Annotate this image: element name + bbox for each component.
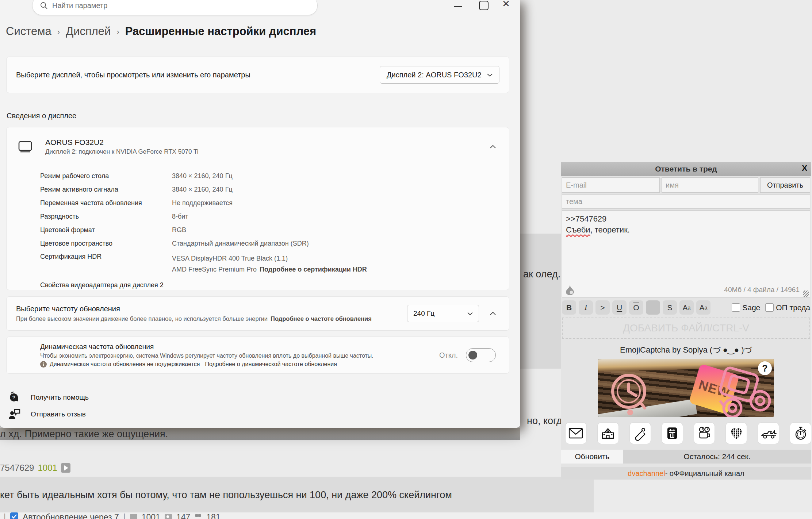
message-textarea[interactable]: >>7547629 Съеби, теоретик. 40Мб / 4 файл… <box>562 210 810 298</box>
reply-form-fields-row: Отправить <box>561 176 811 193</box>
misspelled-word: Съеби <box>566 225 590 234</box>
emoji-racing-car-button[interactable] <box>758 423 779 444</box>
hdr-cert-text: AMD FreeSync Premium Pro <box>172 266 257 273</box>
svg-text:?: ? <box>12 395 16 400</box>
get-help-link[interactable]: ? Получить помощь <box>8 391 89 404</box>
display-select-dropdown[interactable]: Дисплей 2: AORUS FO32U2 <box>380 66 499 84</box>
captcha-refresh-button[interactable]: Обновить <box>561 450 623 464</box>
breadcrumb-system[interactable]: Система <box>6 25 51 38</box>
email-field[interactable] <box>562 177 660 193</box>
settings-search-box[interactable] <box>32 0 318 15</box>
message-text: , теоретик. <box>590 225 630 234</box>
row-value: 3840 × 2160, 240 Гц <box>172 186 233 193</box>
emoji-captcha-options <box>566 423 811 444</box>
sage-checkbox[interactable]: Sage <box>732 303 760 312</box>
post-ordinal-link[interactable]: 1001 <box>38 463 57 473</box>
breadcrumb-display[interactable]: Дисплей <box>66 25 111 38</box>
emoji-safety-pin-button[interactable] <box>630 423 651 444</box>
display-connection: Дисплей 2: подключен к NVIDIA GeForce RT… <box>45 148 198 155</box>
row-label: Цветовой формат <box>40 226 172 234</box>
clock-overlay-icon <box>607 370 652 417</box>
bold-button[interactable]: B <box>562 300 576 315</box>
adapter-properties-link[interactable]: Свойства видеоадаптера для дисплея 2 <box>40 281 164 289</box>
format-toolbar: B I > U O S Aa Aa Sage ОП треда <box>562 300 810 315</box>
info-row: Цветовое пространство Стандартный динами… <box>40 237 509 250</box>
posts-count: 1001 <box>142 512 160 519</box>
post-highlight-band: л хд. Примерно такие же ощущения. <box>0 428 520 440</box>
row-label: Цветовое пространство <box>40 240 172 247</box>
info-row: Разрядность 8-бит <box>40 210 509 223</box>
emoji-patterned-heart-button[interactable] <box>726 423 747 444</box>
dynamic-refresh-toggle[interactable] <box>466 348 496 362</box>
captcha-help-button[interactable]: ? <box>758 361 772 375</box>
submit-button[interactable]: Отправить <box>760 177 810 193</box>
chevron-up-icon[interactable] <box>490 145 496 149</box>
selected-display: Дисплей 2: AORUS FO32U2 <box>387 71 482 79</box>
hdr-more-link[interactable]: Подробнее о сертификации HDR <box>260 266 367 273</box>
strike-button[interactable]: S <box>663 300 677 315</box>
row-label: Режим рабочего стола <box>40 172 172 180</box>
separator: | <box>4 512 6 519</box>
display-info-header[interactable]: AORUS FO32U2 Дисплей 2: подключен к NVID… <box>7 127 509 166</box>
maximize-icon[interactable] <box>479 1 489 10</box>
minimize-icon[interactable] <box>454 6 462 7</box>
markup-drop-icon[interactable] <box>565 284 575 295</box>
posts-count-icon <box>130 514 137 519</box>
emoji-full-sign-button[interactable] <box>662 423 683 444</box>
superscript-button[interactable]: Aa <box>679 300 694 315</box>
subscript-button[interactable]: Aa <box>696 300 710 315</box>
chevron-up-icon[interactable] <box>490 312 496 315</box>
quote-button[interactable]: > <box>595 300 610 315</box>
row-label: Разрядность <box>40 213 172 220</box>
close-window-icon[interactable]: × <box>502 0 510 11</box>
hdr-cert-line: VESA DisplayHDR 400 True Black (1.1) <box>172 253 367 264</box>
close-icon[interactable]: X <box>802 164 807 173</box>
send-feedback-link[interactable]: Отправить отзыв <box>8 408 86 420</box>
reply-form-header[interactable]: Ответить в тред X <box>561 162 811 176</box>
search-input[interactable] <box>52 1 271 10</box>
reply-form-panel: Ответить в тред X Отправить >>7547629 Съ… <box>561 162 811 480</box>
help-bubble-icon: ? <box>8 391 20 404</box>
underline-button[interactable]: U <box>612 300 627 315</box>
autoupdate-checkbox[interactable] <box>10 512 18 519</box>
section-title: Сведения о дисплее <box>7 112 76 120</box>
row-label: Режим активного сигнала <box>40 186 172 193</box>
italic-button[interactable]: I <box>579 300 593 315</box>
toggle-state-label: Откл. <box>439 351 458 360</box>
attach-file-dropzone[interactable]: ДОБАВИТЬ ФАЙЛ/CTRL-V <box>562 318 810 339</box>
monitor-icon <box>18 141 33 153</box>
reply-form-title: Ответить в тред <box>655 165 717 173</box>
captcha-image[interactable]: NEW ? <box>598 359 774 417</box>
emoji-stopwatch-button[interactable] <box>790 423 811 444</box>
refresh-rate-dropdown[interactable]: 240 Гц <box>407 305 479 322</box>
post-fragment-block: ак олед. <box>520 234 561 369</box>
row-value: RGB <box>172 226 186 234</box>
post-number[interactable]: 7547629 <box>0 463 34 473</box>
dynamic-more-link[interactable]: Подробнее о динамической частоте обновле… <box>205 361 337 368</box>
glyph: A <box>683 303 688 312</box>
subject-field[interactable] <box>562 194 810 209</box>
emoji-envelope-button[interactable] <box>566 423 586 444</box>
channel-link[interactable]: dvachannel <box>628 469 665 478</box>
dynamic-refresh-card: Динамическая частота обновления Чтобы эк… <box>6 337 509 374</box>
post-text-fragment: ак олед. <box>523 269 560 280</box>
emoji-school-button[interactable] <box>598 423 618 444</box>
chevron-down-icon <box>467 312 473 315</box>
chevron-down-icon <box>487 73 493 77</box>
display-select-label: Выберите дисплей, чтобы просмотреть или … <box>16 71 250 79</box>
row-label: Переменная частота обновления <box>40 199 172 207</box>
play-video-icon[interactable] <box>61 463 70 473</box>
files-count: 147 <box>176 512 190 519</box>
info-row: Цветовой формат RGB <box>40 223 509 237</box>
refresh-rate-subtitle: При более высоком значении движение боле… <box>16 315 372 322</box>
spoiler-button[interactable] <box>646 300 660 315</box>
op-checkbox[interactable]: ОП треда <box>765 303 810 312</box>
info-icon: i <box>40 361 47 368</box>
name-field[interactable] <box>662 177 758 193</box>
post-body: кет быть идеальным хотя бы потому, что т… <box>0 477 594 513</box>
refresh-more-link[interactable]: Подробнее о частоте обновления <box>271 315 372 322</box>
emoji-movie-camera-button[interactable] <box>694 423 715 444</box>
info-row: Режим рабочего стола 3840 × 2160, 240 Гц <box>40 169 509 183</box>
resize-handle[interactable] <box>803 291 809 297</box>
overline-button[interactable]: O <box>629 300 643 315</box>
